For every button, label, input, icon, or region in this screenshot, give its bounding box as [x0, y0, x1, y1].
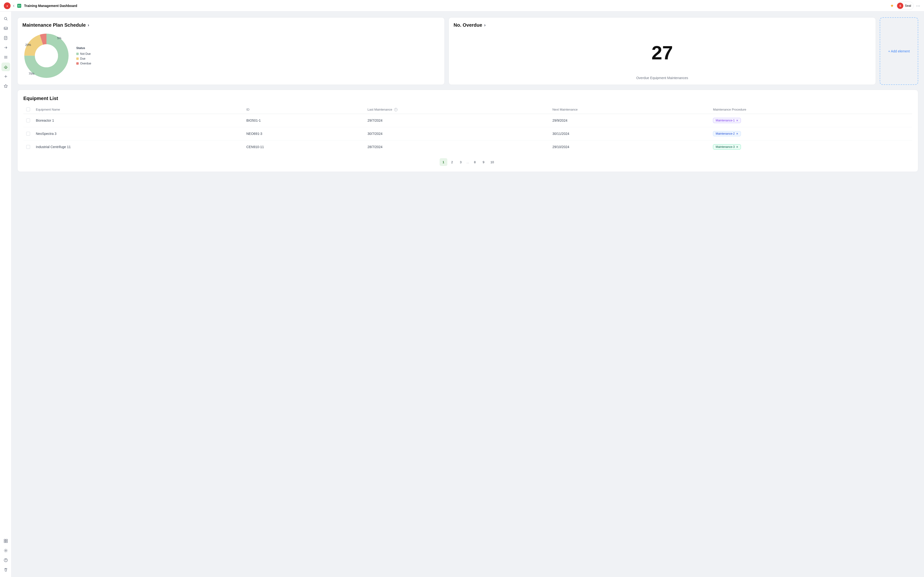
add-element-label: + Add element [888, 49, 910, 53]
row-id-1: NEO691-3 [244, 127, 365, 140]
sheet-icon [17, 3, 22, 8]
page-btn-10[interactable]: 10 [488, 158, 496, 166]
row-checkbox-cell [23, 140, 33, 154]
row-checkbox-2[interactable] [26, 145, 30, 149]
legend-title: Status [76, 47, 91, 50]
donut-label-notdue: 75% [29, 72, 34, 76]
equipment-list-card: Equipment List Equipment Name ID [17, 90, 918, 172]
pagination-ellipsis: ... [465, 160, 470, 164]
legend-dot-notdue [76, 53, 79, 55]
overdue-label: Overdue Equipment Maintenances [454, 76, 871, 80]
sidebar-item-help[interactable] [2, 556, 10, 564]
chevron-right-icon-overdue[interactable]: › [484, 23, 486, 27]
sidebar-item-settings[interactable] [2, 546, 10, 555]
select-all-checkbox[interactable] [26, 108, 30, 111]
overdue-card: No. Overdue › 27 Overdue Equipment Maint… [449, 17, 876, 85]
page-btn-3[interactable]: 3 [457, 158, 465, 166]
chevron-right-icon[interactable]: › [87, 23, 89, 27]
badge-1: Maintenance-2 × [713, 131, 741, 136]
row-next-0: 29/9/2024 [549, 114, 710, 127]
sidebar-item-add[interactable] [2, 72, 10, 81]
favorite-icon[interactable]: ★ [890, 3, 894, 8]
topbar: ● ‹ Training Management Dashboard ★ S Se… [0, 0, 924, 11]
table-body: Bioreactor 1 BIO501-1 29/7/2024 29/9/202… [23, 114, 912, 154]
pagination: 123...8910 [23, 158, 912, 166]
svg-rect-2 [17, 4, 21, 8]
table-header-row: Equipment Name ID Last Maintenance ? Nex… [23, 105, 912, 114]
legend-item-notdue: Not Due [76, 52, 91, 56]
row-name-2: Industrial Centrifuge 11 [33, 140, 244, 154]
table-row: NeoSpectra 3 NEO691-3 30/7/2024 30/11/20… [23, 127, 912, 140]
sidebar-item-list[interactable] [2, 53, 10, 61]
th-procedure: Maintenance Procedure [710, 105, 912, 114]
row-procedure-2: Maintenance-3 × [710, 140, 912, 154]
sidebar-item-favorites[interactable] [2, 82, 10, 90]
row-next-1: 30/11/2024 [549, 127, 710, 140]
table-row: Industrial Centrifuge 11 CEN910-11 28/7/… [23, 140, 912, 154]
svg-point-17 [5, 550, 6, 551]
svg-rect-4 [18, 5, 19, 6]
top-cards-row: Maintenance Plan Schedule › [17, 17, 918, 85]
row-last-0: 29/7/2024 [365, 114, 549, 127]
svg-rect-12 [5, 68, 6, 69]
sidebar-item-doc[interactable] [2, 34, 10, 42]
legend-dot-overdue [76, 62, 79, 64]
th-last-maintenance: Last Maintenance ? [365, 105, 549, 114]
svg-rect-8 [19, 6, 21, 7]
back-button[interactable]: ‹ [13, 3, 15, 8]
row-last-1: 30/7/2024 [365, 127, 549, 140]
legend-item-due: Due [76, 57, 91, 60]
svg-rect-13 [4, 539, 5, 541]
row-last-2: 28/7/2024 [365, 140, 549, 154]
overdue-title: No. Overdue › [454, 23, 871, 28]
help-icon[interactable]: ? [394, 108, 397, 111]
th-equipment-name: Equipment Name [33, 105, 244, 114]
main-content: Maintenance Plan Schedule › [11, 11, 924, 577]
th-id: ID [244, 105, 365, 114]
maintenance-schedule-title: Maintenance Plan Schedule › [23, 23, 439, 28]
donut-chart: 5% 20% 75% [23, 32, 71, 80]
overdue-number: 27 [454, 43, 871, 63]
page-btn-1[interactable]: 1 [439, 158, 447, 166]
chart-legend: Status Not Due Due Overdue [76, 47, 91, 65]
page-btn-9[interactable]: 9 [480, 158, 487, 166]
svg-rect-15 [4, 541, 5, 543]
badge-close-2[interactable]: × [736, 145, 738, 148]
chart-container: 5% 20% 75% Status Not Due Due [23, 32, 439, 80]
sidebar-item-arrow[interactable] [2, 43, 10, 52]
sidebar-item-inbox[interactable] [2, 24, 10, 33]
page-title: Training Management Dashboard [24, 4, 888, 8]
badge-close-1[interactable]: × [736, 132, 738, 135]
badge-close-0[interactable]: × [736, 119, 738, 122]
row-checkbox-cell [23, 114, 33, 127]
svg-rect-14 [6, 539, 8, 541]
svg-rect-7 [19, 5, 21, 6]
badge-0: Maintenance-1 × [713, 118, 741, 123]
page-btn-2[interactable]: 2 [448, 158, 456, 166]
sidebar-item-training[interactable] [2, 63, 10, 71]
row-id-2: CEN910-11 [244, 140, 365, 154]
avatar: S [897, 3, 903, 9]
sidebar-item-trash[interactable] [2, 566, 10, 574]
donut-label-overdue: 5% [57, 37, 61, 40]
app-logo: ● [4, 2, 11, 9]
more-menu-button[interactable]: ··· [916, 3, 920, 8]
svg-rect-5 [18, 6, 19, 7]
page-btn-8[interactable]: 8 [471, 158, 478, 166]
row-procedure-1: Maintenance-2 × [710, 127, 912, 140]
row-checkbox-cell [23, 127, 33, 140]
svg-rect-3 [18, 5, 19, 5]
row-procedure-0: Maintenance-1 × [710, 114, 912, 127]
user-menu[interactable]: S Seal [896, 2, 914, 10]
maintenance-schedule-card: Maintenance Plan Schedule › [17, 17, 445, 85]
svg-point-23 [35, 44, 58, 67]
legend-dot-due [76, 58, 79, 60]
sidebar-item-search[interactable] [2, 15, 10, 23]
row-checkbox-1[interactable] [26, 132, 30, 135]
sidebar-item-grid[interactable] [2, 537, 10, 545]
svg-text:●: ● [6, 5, 8, 7]
row-checkbox-0[interactable] [26, 119, 30, 122]
legend-item-overdue: Overdue [76, 62, 91, 65]
add-element-card[interactable]: + Add element [880, 17, 918, 85]
badge-2: Maintenance-3 × [713, 144, 741, 150]
